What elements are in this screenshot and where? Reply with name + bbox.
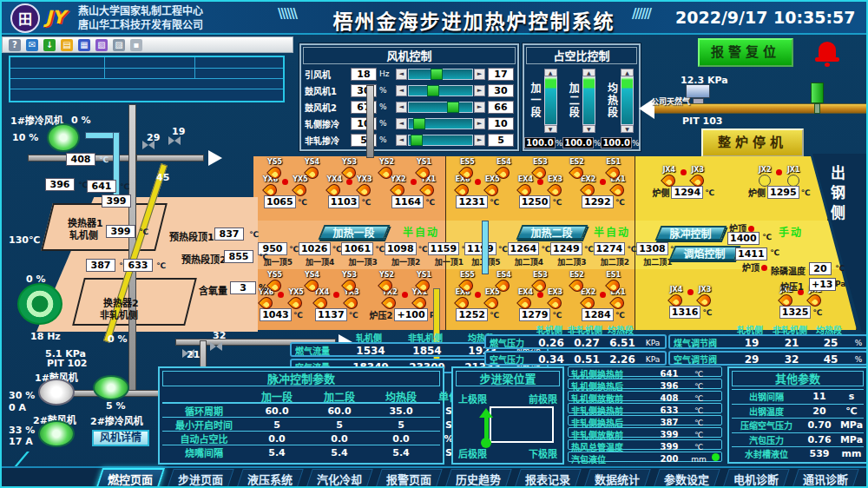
slider-thumb[interactable] [427,85,439,96]
duty-up-arrow[interactable]: ▲ [582,69,595,76]
nav-tab-燃控页面[interactable]: 燃控页面 [95,468,165,488]
fan-slider[interactable]: ◄► [396,68,485,81]
slider-left-arrow[interactable]: ◄ [396,135,407,146]
duty-up-arrow[interactable]: ▲ [544,69,557,76]
slider-left-arrow[interactable]: ◄ [396,85,407,96]
burner-label: EX4 [518,288,533,296]
slider-right-arrow[interactable]: ► [474,69,485,80]
row-value[interactable]: 0.0 [246,433,308,445]
nav-tab-电机诊断[interactable]: 电机诊断 [722,469,789,488]
burner-label: JX4 [670,286,683,293]
duty-down-arrow[interactable]: ▼ [582,125,595,133]
other-params-panel: 其他参数 出钢间隔11s出钢温度20℃压缩空气压力0.70MPa汽包压力0.76… [727,366,868,464]
nav-tab-通讯诊断[interactable]: 通讯诊断 [792,469,858,488]
furnace-stop-button[interactable]: 整炉停机 [701,129,804,157]
row-value[interactable]: 0.0 [308,433,371,445]
duty-down-arrow[interactable]: ▼ [544,125,557,133]
nav-tab-汽化冷却[interactable]: 汽化冷却 [306,469,372,488]
fan-setpoint-box[interactable]: 18 [351,68,377,81]
gas-valve-icon[interactable] [811,82,824,103]
zone-temp-value: 1316 [669,306,701,319]
zone-column-header: 均热段 [604,323,637,336]
nav-tab-历史趋势[interactable]: 历史趋势 [444,469,511,488]
induced-draft-fan-icon[interactable] [17,283,62,325]
row-value[interactable]: 5.4 [371,447,431,458]
report-icon[interactable]: ▧ [95,39,108,51]
help-icon[interactable]: ? [9,39,21,51]
lock-icon[interactable]: ▪ [130,39,142,51]
slider-thumb[interactable] [447,102,459,113]
row-value[interactable]: 5 [308,419,371,431]
pulse-control-badge[interactable]: 脉冲控制 [655,226,727,241]
valve-icon[interactable] [168,136,181,145]
row-value[interactable]: 5 [246,419,308,431]
burner: YS1 [417,271,431,293]
row-value: 1534 [344,345,398,357]
row-value[interactable]: 60.0 [308,406,371,417]
slider-left-arrow[interactable]: ◄ [396,118,407,129]
slider-thumb[interactable] [431,69,443,80]
nav-tab-报警页面[interactable]: 报警页面 [375,469,442,488]
row-value[interactable]: 5.4 [246,447,308,458]
slider-left-arrow[interactable]: ◄ [396,69,407,80]
duty-slider-track[interactable] [544,76,557,125]
fan-slider[interactable]: ◄► [396,134,485,147]
flame-icon [669,293,683,307]
slider-track[interactable] [408,135,473,146]
roof-temp-label: 加二顶1 [643,256,672,267]
duty-slider-track[interactable] [621,76,634,125]
print-icon[interactable]: ▨ [113,39,125,51]
nav-tab-数据统计[interactable]: 数据统计 [583,469,650,488]
duty-slider-track[interactable] [582,76,595,125]
duty-value-box: 100.0 [601,137,632,148]
cooling-fan2-icon[interactable] [93,375,129,400]
row-label: 煤气调节阀 [670,336,733,349]
slider-right-arrow[interactable]: ► [474,118,485,129]
slider-track[interactable] [408,102,473,113]
blower2-icon[interactable] [38,420,75,447]
slider-right-arrow[interactable]: ► [474,135,485,146]
valve-icon[interactable] [210,342,222,351]
slider-thumb[interactable] [413,118,425,129]
slider-left-arrow[interactable]: ◄ [396,102,407,113]
folder-icon[interactable]: ▤ [61,39,73,51]
fan-slider[interactable]: ◄► [396,117,485,130]
duty-slider-label: 加一段 [530,82,542,119]
slider-track[interactable] [408,69,473,80]
row-value[interactable]: 35.0 [371,406,431,417]
alarm-reset-button[interactable]: 报警复位 [698,38,793,67]
row-unit: % [849,339,868,347]
temp-633-box: 633 [123,259,153,272]
slider-right-arrow[interactable]: ► [474,85,485,96]
cooling-fan1-icon[interactable] [47,123,80,152]
slider-track[interactable] [408,85,473,96]
blower1-icon[interactable] [38,379,75,406]
row-label: 循环周期 [162,404,246,418]
nav-tab-报表记录[interactable]: 报表记录 [514,469,581,488]
row-value[interactable]: 5 [371,419,431,431]
alarm-bell-icon[interactable] [814,40,840,68]
flame-control-badge[interactable]: 调焰控制 [669,246,741,260]
row-value[interactable]: 0.0 [371,433,431,445]
temp-unit: ℃ [349,311,358,320]
fan-slider[interactable]: ◄► [396,84,485,97]
fan-slider[interactable]: ◄► [396,101,485,114]
nav-tab-步进页面[interactable]: 步进页面 [167,469,233,488]
burner-label: YX5 [288,288,304,296]
burner: YS5 [267,158,282,180]
row-value[interactable]: 60.0 [246,406,308,417]
alarm-list-panel[interactable] [9,56,285,102]
duty-up-arrow[interactable]: ▲ [621,69,634,76]
row-value: 0.27 [568,337,606,349]
chart-icon[interactable]: ▦ [78,39,90,51]
download-icon[interactable]: ↓ [43,39,56,51]
duty-down-arrow[interactable]: ▼ [621,125,634,133]
row-value[interactable]: 5.4 [308,447,371,458]
fan-detail-button[interactable]: 风机详情 [92,430,149,446]
slider-thumb[interactable] [411,135,423,146]
nav-tab-参数设定[interactable]: 参数设定 [653,469,720,488]
slider-right-arrow[interactable]: ► [474,102,485,113]
slider-track[interactable] [408,118,473,129]
mail-icon[interactable]: ✉ [26,39,38,51]
nav-tab-液压系统[interactable]: 液压系统 [236,469,303,488]
